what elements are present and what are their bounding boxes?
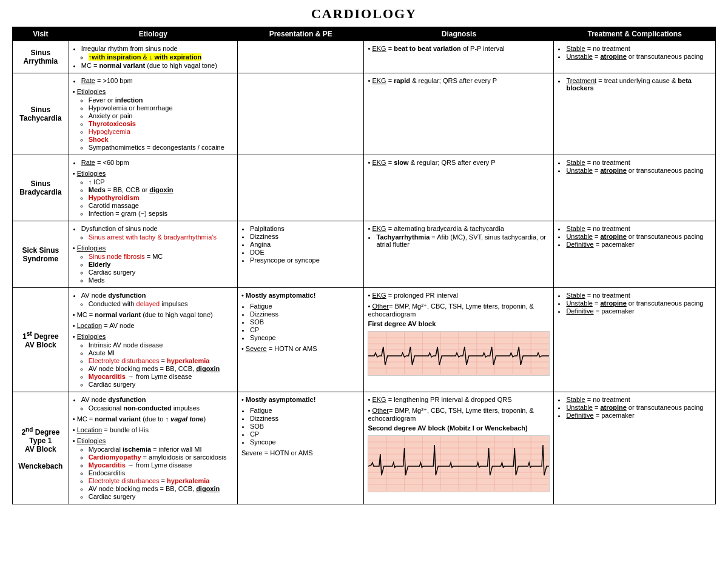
treatment-sinus-arrythmia: Stable = no treatment Unstable = atropin… (554, 41, 716, 73)
treatment-sick-sinus: Stable = no treatment Unstable = atropin… (554, 221, 716, 288)
header-etiology: Etiology (69, 27, 237, 41)
presentation-sick-sinus: Palpitations Dizziness Angina DOE Presyn… (237, 221, 364, 288)
table-row: Sick SinusSyndrome Dysfunction of sinus … (13, 221, 716, 288)
diagnosis-1st-av: • EKG = prolonged PR interval • Other= B… (364, 288, 554, 392)
presentation-sinus-brady (237, 155, 364, 221)
presentation-1st-av: • Mostly asymptomatic! Fatigue Dizziness… (237, 288, 364, 392)
table-row: SinusArrythmia Irregular rhythm from sin… (13, 41, 716, 73)
visit-2nd-av-t1: 2nd DegreeType 1AV BlockWenckebach (13, 392, 69, 504)
etiology-sinus-brady: Rate = <60 bpm • Etiologies ↑ ICP Meds =… (69, 155, 237, 221)
etiology-sinus-tachy: Rate = >100 bpm • Etiologies Fever or in… (69, 73, 237, 155)
visit-sick-sinus: Sick SinusSyndrome (13, 221, 69, 288)
diagnosis-sinus-arrythmia: • EKG = beat to beat variation of P-P in… (364, 41, 554, 73)
etiology-sick-sinus: Dysfunction of sinus node Sinus arrest w… (69, 221, 237, 288)
header-treatment: Treatment & Complications (554, 27, 716, 41)
diagnosis-sick-sinus: • EKG = alternating bradycardia & tachyc… (364, 221, 554, 288)
header-diagnosis: Diagnosis (364, 27, 554, 41)
table-row: SinusTachycardia Rate = >100 bpm • Etiol… (13, 73, 716, 155)
visit-sinus-brady: SinusBradycardia (13, 155, 69, 221)
header-visit: Visit (13, 27, 69, 41)
etiology-2nd-av-t1: AV node dysfunction Occasional non-condu… (69, 392, 237, 504)
visit-sinus-arrythmia: SinusArrythmia (13, 41, 69, 73)
cardiology-table: Visit Etiology Presentation & PE Diagnos… (12, 27, 716, 504)
visit-1st-av: 1st DegreeAV Block (13, 288, 69, 392)
treatment-sinus-tachy: Treatment = treat underlying cause & bet… (554, 73, 716, 155)
treatment-1st-av: Stable = no treatment Unstable = atropin… (554, 288, 716, 392)
treatment-sinus-brady: Stable = no treatment Unstable = atropin… (554, 155, 716, 221)
header-presentation: Presentation & PE (237, 27, 364, 41)
presentation-sinus-arrythmia (237, 41, 364, 73)
presentation-sinus-tachy (237, 73, 364, 155)
table-row: 1st DegreeAV Block AV node dysfunction C… (13, 288, 716, 392)
etiology-1st-av: AV node dysfunction Conducted with delay… (69, 288, 237, 392)
etiology-sinus-arrythmia: Irregular rhythm from sinus node ↑with i… (69, 41, 237, 73)
treatment-2nd-av-t1: Stable = no treatment Unstable = atropin… (554, 392, 716, 504)
table-row: 2nd DegreeType 1AV BlockWenckebach AV no… (13, 392, 716, 504)
ekg-2nd-av-t1 (368, 435, 550, 492)
diagnosis-2nd-av-t1: • EKG = lengthening PR interval & droppe… (364, 392, 554, 504)
table-row: SinusBradycardia Rate = <60 bpm • Etiolo… (13, 155, 716, 221)
ekg-1st-av (368, 331, 550, 376)
presentation-2nd-av-t1: • Mostly asymptomatic! Fatigue Dizziness… (237, 392, 364, 504)
diagnosis-sinus-tachy: • EKG = rapid & regular; QRS after every… (364, 73, 554, 155)
diagnosis-sinus-brady: • EKG = slow & regular; QRS after every … (364, 155, 554, 221)
page-title: CARDIOLOGY (12, 6, 716, 22)
visit-sinus-tachy: SinusTachycardia (13, 73, 69, 155)
